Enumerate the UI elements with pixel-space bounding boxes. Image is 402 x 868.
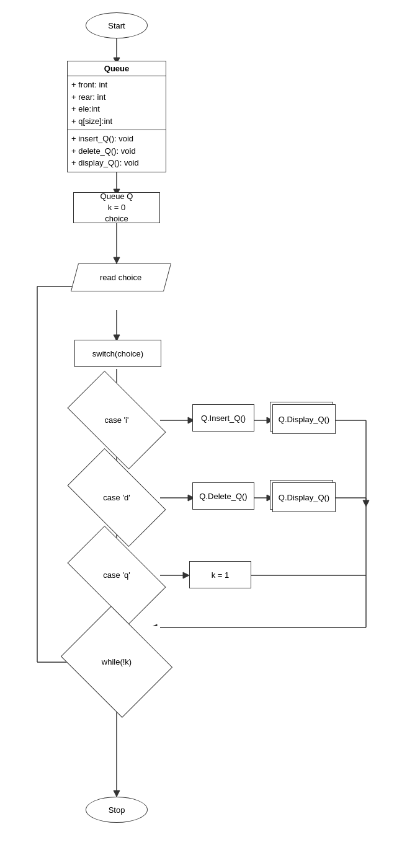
method-3: + display_Q(): void — [71, 157, 162, 169]
attr-3: + ele:int — [71, 103, 162, 115]
delete-q-box: Q.Delete_Q() — [192, 482, 254, 510]
display-q1-container: Q.Display_Q() — [270, 402, 333, 432]
stop-label: Stop — [109, 805, 125, 815]
stop-ellipse: Stop — [86, 797, 148, 823]
uml-class-box: Queue + front: int + rear: int + ele:int… — [67, 61, 166, 172]
while-k-diamond: while(!k) — [73, 626, 160, 698]
while-k-label: while(!k) — [102, 657, 132, 666]
case-d-diamond: case 'd' — [73, 471, 160, 524]
start-label: Start — [108, 21, 125, 30]
uml-methods: + insert_Q(): void + delete_Q(): void + … — [68, 130, 166, 172]
attr-2: + rear: int — [71, 91, 162, 104]
insert-q-box: Q.Insert_Q() — [192, 404, 254, 432]
switch-label: switch(choice) — [92, 349, 143, 358]
method-2: + delete_Q(): void — [71, 145, 162, 157]
init-line2: k = 0 — [108, 202, 126, 213]
k-equals-1-box: k = 1 — [189, 561, 251, 588]
case-q-diamond: case 'q' — [73, 549, 160, 601]
k-equals-1-label: k = 1 — [212, 570, 230, 580]
case-i-label: case 'i' — [105, 415, 129, 425]
uml-class-name: Queue — [68, 61, 166, 76]
uml-attributes: + front: int + rear: int + ele:int + q[s… — [68, 76, 166, 130]
delete-q-label: Q.Delete_Q() — [199, 492, 247, 501]
init-line3: choice — [105, 213, 128, 224]
case-i-diamond: case 'i' — [73, 394, 160, 446]
switch-box: switch(choice) — [74, 340, 161, 367]
start-ellipse: Start — [86, 12, 148, 38]
svg-marker-23 — [363, 500, 369, 507]
read-choice-label: read choice — [100, 273, 141, 282]
attr-1: + front: int — [71, 79, 162, 91]
display-q2-label: Q.Display_Q() — [279, 493, 329, 502]
svg-marker-5 — [114, 257, 120, 264]
init-line1: Queue Q — [100, 191, 133, 202]
method-1: + insert_Q(): void — [71, 133, 162, 145]
case-d-label: case 'd' — [103, 493, 130, 502]
display-q2-container: Q.Display_Q() — [270, 480, 333, 510]
case-q-label: case 'q' — [103, 570, 130, 580]
attr-4: + q[size]:int — [71, 115, 162, 128]
init-box: Queue Q k = 0 choice — [73, 192, 160, 223]
svg-marker-16 — [114, 790, 120, 797]
display-q1-label: Q.Display_Q() — [279, 415, 329, 424]
insert-q-label: Q.Insert_Q() — [201, 414, 246, 423]
read-choice-shape: read choice — [71, 264, 171, 291]
svg-marker-33 — [183, 572, 189, 578]
